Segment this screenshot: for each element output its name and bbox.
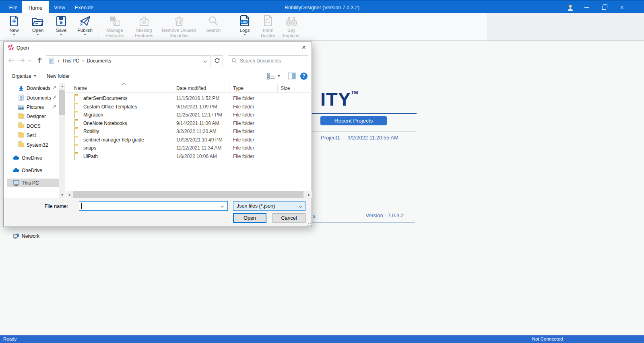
scrollbar-thumb[interactable] xyxy=(73,191,303,198)
save-button[interactable]: Save xyxy=(51,15,71,39)
close-icon: × xyxy=(302,44,306,52)
tab-home-label: Home xyxy=(29,5,43,11)
maximize-button[interactable] xyxy=(597,1,611,14)
save-floppy-icon xyxy=(56,15,66,27)
recent-projects-button[interactable]: Recent Projects xyxy=(320,116,387,125)
close-window-button[interactable]: × xyxy=(615,1,629,14)
column-divider[interactable] xyxy=(277,84,278,93)
file-date: 9/15/2021 1:09 PM xyxy=(176,104,217,110)
tab-execute[interactable]: Execute xyxy=(72,1,97,14)
logs-button[interactable]: LOG Logs xyxy=(235,15,255,39)
open-button[interactable]: Open xyxy=(28,15,48,39)
tab-file[interactable]: File xyxy=(5,1,21,14)
new-dropdown-arrow[interactable] xyxy=(13,34,15,35)
table-row[interactable]: Migration 11/25/2021 12:17 PM File folde… xyxy=(66,111,312,119)
logs-label: Logs xyxy=(240,28,250,33)
change-view-button[interactable] xyxy=(267,73,280,80)
window-title: RobilityDesigner (Version 7.0.3.2) xyxy=(0,1,644,14)
folder-icon xyxy=(74,112,75,118)
table-row[interactable]: snaps 11/12/2021 11:34 AM File folder xyxy=(66,144,312,152)
history-dropdown-button[interactable] xyxy=(27,56,33,65)
status-connection: Not Connected xyxy=(515,337,580,341)
sidebar-item-docs[interactable]: DOCS xyxy=(7,122,59,130)
column-divider[interactable] xyxy=(173,84,173,93)
up-button[interactable] xyxy=(35,56,44,65)
column-header-name[interactable]: Name xyxy=(74,85,87,91)
minimize-button[interactable] xyxy=(580,1,593,14)
tab-home[interactable]: Home xyxy=(22,1,49,14)
sidebar-item-this-pc[interactable]: This PC xyxy=(7,179,59,187)
table-row[interactable]: Robility 3/2/2022 11:20 AM File folder xyxy=(66,127,312,136)
logo-text: ITY xyxy=(320,88,351,110)
open-dropdown-arrow[interactable] xyxy=(37,34,39,35)
forward-button[interactable] xyxy=(17,56,26,65)
file-name-input[interactable] xyxy=(79,201,228,211)
logs-dropdown-arrow[interactable] xyxy=(244,34,246,35)
scroll-up-arrow[interactable]: ▴ xyxy=(59,83,65,89)
sidebar-scrollbar[interactable]: ▴ xyxy=(59,83,65,198)
scroll-left-arrow[interactable]: ◂ xyxy=(66,191,72,198)
column-divider[interactable] xyxy=(229,84,229,93)
search-box xyxy=(228,55,308,66)
file-type-select[interactable]: Json files (*.json) xyxy=(233,201,305,211)
horizontal-scrollbar[interactable]: ◂ ▸ xyxy=(66,191,312,198)
sidebar-item-onedrive-2[interactable]: OneDrive xyxy=(7,166,59,175)
sidebar-label: This PC xyxy=(22,180,39,186)
publish-dropdown-arrow[interactable] xyxy=(84,34,86,35)
folder-icon xyxy=(74,154,75,160)
sidebar-item-system32[interactable]: System32 xyxy=(7,141,59,149)
recent-project-link[interactable]: Project1 - 3/2/2022 11:20:55 AM xyxy=(321,135,398,141)
table-row[interactable]: UiPath 1/6/2022 10:06 AM File folder xyxy=(66,152,312,161)
save-dropdown-arrow[interactable] xyxy=(60,34,62,35)
resize-grip[interactable] xyxy=(307,222,311,226)
preview-pane-icon xyxy=(288,73,296,79)
view-dropdown-icon xyxy=(278,75,280,77)
ribbon: New Open Save Publish xyxy=(0,13,644,41)
preview-pane-button[interactable] xyxy=(288,73,296,79)
chevron-down-icon xyxy=(28,60,31,62)
cancel-button[interactable]: Cancel xyxy=(272,213,305,223)
column-header-date-modified[interactable]: Date modified xyxy=(176,85,206,91)
column-divider[interactable] xyxy=(308,84,308,93)
file-date: 3/2/2022 11:20 AM xyxy=(176,129,217,134)
search-input[interactable] xyxy=(240,58,300,64)
sidebar-label: DOCS xyxy=(27,123,41,129)
file-type: File folder xyxy=(233,137,254,143)
tab-view-label: View xyxy=(54,4,65,10)
new-button[interactable]: New xyxy=(4,15,24,39)
sidebar-item-downloads[interactable]: Downloads xyxy=(7,84,59,92)
dialog-close-button[interactable]: × xyxy=(299,43,309,52)
scroll-down-arrow[interactable]: ▾ xyxy=(59,191,65,198)
new-folder-button[interactable]: New folder xyxy=(47,73,70,79)
column-header-type[interactable]: Type xyxy=(233,85,244,91)
open-confirm-button[interactable]: Open xyxy=(233,213,266,223)
table-row[interactable]: OneNote Notebooks 9/14/2021 11:00 AM Fil… xyxy=(66,119,312,128)
user-avatar[interactable] xyxy=(564,1,577,14)
tab-view[interactable]: View xyxy=(51,1,68,14)
back-button[interactable] xyxy=(7,56,16,65)
sidebar-item-network[interactable]: Network xyxy=(7,232,59,240)
breadcrumb-this-pc[interactable]: This PC xyxy=(62,58,79,64)
breadcrumb-documents[interactable]: Documents xyxy=(87,58,111,64)
address-bar[interactable]: › This PC › Documents xyxy=(46,55,211,66)
sidebar-item-onedrive-1[interactable]: OneDrive xyxy=(7,154,59,162)
organize-button[interactable]: Organize xyxy=(12,73,36,79)
scrollbar-thumb[interactable] xyxy=(59,90,65,115)
refresh-button[interactable] xyxy=(212,55,223,66)
sidebar-item-documents[interactable]: Documents xyxy=(7,94,59,102)
table-row[interactable]: sentinel manager help guide 10/28/2021 1… xyxy=(66,136,312,144)
table-row[interactable]: afterSentDocuments 11/15/2016 1:52 PM Fi… xyxy=(66,94,312,103)
column-header-size[interactable]: Size xyxy=(281,85,290,91)
puzzle-missing-icon xyxy=(138,15,150,27)
sidebar-item-set1[interactable]: Set1 xyxy=(7,131,59,139)
table-row[interactable]: Custom Office Templates 9/15/2021 1:09 P… xyxy=(66,103,312,111)
new-folder-label: New folder xyxy=(47,73,70,79)
sidebar-item-pictures[interactable]: Pictures xyxy=(7,103,59,111)
sidebar-item-designer[interactable]: Designer xyxy=(7,112,59,121)
search-label: Search xyxy=(206,28,221,33)
help-button[interactable]: ? xyxy=(300,73,308,80)
publish-button[interactable]: Publish xyxy=(75,15,95,39)
address-dropdown-icon[interactable] xyxy=(204,59,207,62)
scroll-right-arrow[interactable]: ▸ xyxy=(306,191,312,198)
logo-underline xyxy=(312,113,417,114)
